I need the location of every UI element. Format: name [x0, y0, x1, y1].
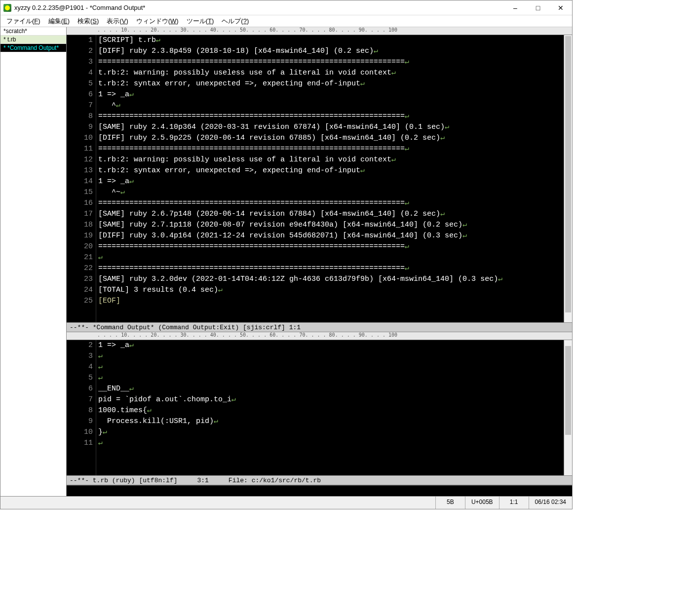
menu-s[interactable]: 検索(S)	[74, 16, 103, 27]
buffer-item[interactable]: *scratch*	[0, 27, 66, 36]
status-codepoint: U+005B	[465, 497, 499, 509]
ruler-bottom: . . . . 10. . . . 20. . . . 30. . . . 40…	[67, 332, 572, 340]
maximize-button[interactable]: □	[527, 0, 549, 15]
app-window: xyzzy 0.2.2.235@P1901 - *Command Output*…	[0, 0, 573, 509]
gutter-top: 1234567891011121314151617181920212223242…	[67, 35, 96, 322]
menu-f[interactable]: ファイル(F)	[2, 16, 44, 27]
scrollbar-bottom[interactable]	[564, 340, 572, 475]
code-top[interactable]: [SCRIPT] t.rb↵[DIFF] ruby 2.3.8p459 (201…	[96, 35, 564, 322]
app-icon	[3, 4, 11, 12]
menubar: ファイル(F)編集(E)検索(S)表示(V)ウィンドウ(W)ツール(T)ヘルプ(…	[0, 15, 572, 27]
window-title: xyzzy 0.2.2.235@P1901 - *Command Output*	[14, 4, 504, 11]
modeline-bottom-mid: 3:1	[197, 477, 208, 484]
bottom-pane: . . . . 10. . . . 20. . . . 30. . . . 40…	[67, 332, 572, 485]
edit-bottom[interactable]: 234567891011 1 => _a↵↵↵↵__END__↵pid = `p…	[67, 340, 572, 475]
edit-top[interactable]: 1234567891011121314151617181920212223242…	[67, 35, 572, 322]
statusbar: 5B U+005B 1:1 06/16 02:34	[0, 496, 572, 509]
modeline-bottom-left: --**- t.rb (ruby) [utf8n:lf]	[70, 477, 177, 484]
status-time: 06/16 02:34	[529, 497, 572, 509]
status-char: 5B	[435, 497, 465, 509]
close-button[interactable]: ✕	[549, 0, 572, 15]
scrollbar-top[interactable]	[564, 35, 572, 322]
buffer-list: *scratch** t.rb* *Command Output*	[0, 27, 67, 496]
top-pane: . . . . 10. . . . 20. . . . 30. . . . 40…	[67, 27, 572, 332]
minimize-button[interactable]: –	[504, 0, 527, 15]
menu-w[interactable]: ウィンドウ(W)	[132, 16, 183, 27]
ruler-top: . . . . 10. . . . 20. . . . 30. . . . 40…	[67, 27, 572, 35]
modeline-top-text: --**- *Command Output* (Command Output:E…	[70, 324, 301, 331]
buffer-item[interactable]: * *Command Output*	[0, 44, 66, 52]
modeline-bottom: --**- t.rb (ruby) [utf8n:lf] 3:1 File: c…	[67, 475, 572, 485]
menu-?[interactable]: ヘルプ(?)	[218, 16, 253, 27]
editor-area: . . . . 10. . . . 20. . . . 30. . . . 40…	[67, 27, 572, 496]
menu-v[interactable]: 表示(V)	[103, 16, 132, 27]
menu-e[interactable]: 編集(E)	[44, 16, 74, 27]
code-bottom[interactable]: 1 => _a↵↵↵↵__END__↵pid = `pidof a.out`.c…	[96, 340, 564, 475]
modeline-bottom-right: File: c:/ko1/src/rb/t.rb	[229, 477, 321, 484]
workarea: *scratch** t.rb* *Command Output* . . . …	[0, 27, 572, 496]
buffer-item[interactable]: * t.rb	[0, 36, 66, 44]
menu-t[interactable]: ツール(T)	[183, 16, 218, 27]
modeline-top: --**- *Command Output* (Command Output:E…	[67, 322, 572, 332]
gutter-bottom: 234567891011	[67, 340, 96, 475]
status-pos: 1:1	[499, 497, 529, 509]
minibuffer[interactable]	[67, 485, 572, 496]
titlebar[interactable]: xyzzy 0.2.2.235@P1901 - *Command Output*…	[0, 0, 572, 15]
